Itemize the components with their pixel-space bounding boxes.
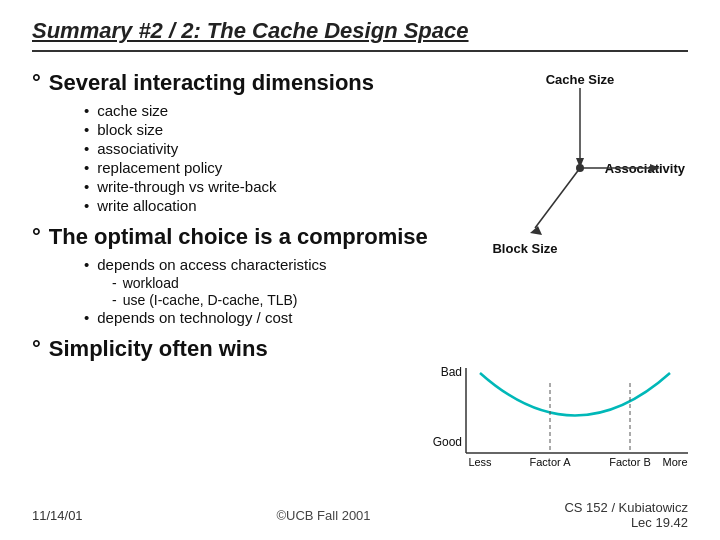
list-item: -use (I-cache, D-cache, TLB)	[112, 292, 688, 308]
footer-copyright: ©UCB Fall 2001	[276, 508, 370, 523]
bullet-symbol-2: °	[32, 224, 41, 250]
factor-diagram: Bad Good Less Factor A Factor B More	[430, 358, 700, 468]
bullet-label-3: Simplicity often wins	[49, 336, 268, 362]
title-bar: Summary #2 / 2: The Cache Design Space	[32, 18, 688, 52]
cache-diagram-svg: Cache Size Associativity Block Size	[470, 68, 690, 268]
item-text: write allocation	[97, 197, 196, 214]
svg-text:Less: Less	[468, 456, 492, 468]
slide-title: Summary #2 / 2: The Cache Design Space	[32, 18, 469, 43]
svg-text:Factor B: Factor B	[609, 456, 651, 468]
cache-diagram: Cache Size Associativity Block Size	[470, 68, 690, 268]
bullet-label-2: The optimal choice is a compromise	[49, 224, 428, 250]
svg-text:Block Size: Block Size	[492, 241, 557, 256]
item-text: associativity	[97, 140, 178, 157]
svg-text:Cache Size: Cache Size	[546, 72, 615, 87]
footer-date: 11/14/01	[32, 508, 83, 523]
item-text: depends on technology / cost	[97, 309, 292, 326]
item-text: write-through vs write-back	[97, 178, 276, 195]
factor-diagram-svg: Bad Good Less Factor A Factor B More	[430, 358, 700, 468]
item-text: depends on access characteristics	[97, 256, 326, 273]
list-item: -workload	[112, 275, 688, 291]
sub-sub-bullets: -workload -use (I-cache, D-cache, TLB)	[112, 275, 688, 308]
item-text: block size	[97, 121, 163, 138]
course-label: CS 152 / Kubiatowicz	[564, 500, 688, 515]
item-text: replacement policy	[97, 159, 222, 176]
bullet-symbol-1: °	[32, 70, 41, 96]
svg-text:Factor A: Factor A	[530, 456, 572, 468]
bullet-label-1: Several interacting dimensions	[49, 70, 374, 96]
item-text: cache size	[97, 102, 168, 119]
list-item: • depends on technology / cost	[84, 309, 688, 326]
svg-text:Bad: Bad	[441, 365, 462, 379]
svg-text:Good: Good	[433, 435, 462, 449]
bullet-symbol-3: °	[32, 336, 41, 362]
footer: 11/14/01 ©UCB Fall 2001 CS 152 / Kubiato…	[0, 500, 720, 530]
footer-course: CS 152 / Kubiatowicz Lec 19.42	[564, 500, 688, 530]
item-text: use (I-cache, D-cache, TLB)	[123, 292, 298, 308]
svg-line-7	[535, 168, 580, 228]
svg-text:More: More	[662, 456, 687, 468]
svg-point-9	[576, 164, 584, 172]
slide: Summary #2 / 2: The Cache Design Space °…	[0, 0, 720, 540]
item-text: workload	[123, 275, 179, 291]
lecture-label: Lec 19.42	[564, 515, 688, 530]
